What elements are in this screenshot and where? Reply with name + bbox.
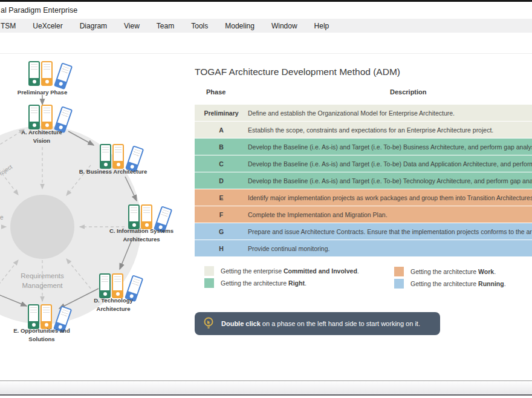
binder-icon bbox=[112, 144, 124, 169]
column-header-phase: Phase bbox=[206, 88, 225, 96]
menu-item-view[interactable]: View bbox=[115, 19, 148, 33]
status-bar bbox=[0, 380, 532, 396]
table-row-d: D Develop the Baseline (i.e. As-is) and … bbox=[195, 172, 532, 189]
binder-icon bbox=[100, 144, 111, 169]
binder-icon bbox=[28, 304, 39, 329]
binder-icon bbox=[99, 273, 111, 298]
clipped-edge-label: e bbox=[0, 214, 4, 221]
binder-icon bbox=[41, 61, 53, 86]
menu-bar: TSM UeXceler Diagram View Team Tools Mod… bbox=[0, 19, 532, 33]
menu-item-tsm[interactable]: TSM bbox=[0, 19, 24, 33]
title-bar: al Paradigm Enterprise bbox=[0, 2, 532, 18]
table-row-g: G Prepare and issue Architecture Contrac… bbox=[195, 223, 532, 240]
phase-preliminary[interactable] bbox=[28, 61, 68, 90]
menu-item-help[interactable]: Help bbox=[306, 19, 338, 33]
binder-icon bbox=[28, 61, 40, 86]
adm-phase-table: Preliminary Define and establish the Org… bbox=[195, 105, 532, 257]
binder-icon bbox=[141, 204, 152, 229]
binder-icon bbox=[41, 304, 52, 329]
table-row-h: H Provide continual monitoring. bbox=[195, 240, 532, 256]
menu-item-uexceler[interactable]: UeXceler bbox=[24, 19, 71, 33]
table-row-a: A Establish the scope, constraints and e… bbox=[195, 122, 532, 138]
legend-committed: Getting the enterprise Committed and Inv… bbox=[204, 266, 359, 276]
binder-icon bbox=[28, 105, 40, 129]
phase-label-preliminary: Preliminary Phase bbox=[5, 88, 79, 97]
table-row-c: C Develop the Baseline (i.e. As-is) and … bbox=[195, 155, 532, 172]
menu-item-tools[interactable]: Tools bbox=[183, 19, 216, 33]
legend-swatch-committed bbox=[204, 266, 214, 276]
menu-item-diagram[interactable]: Diagram bbox=[71, 19, 115, 33]
tip-banner: Double click on a phase on the left hand… bbox=[195, 312, 440, 335]
legend-work: Getting the architecture Work. bbox=[394, 267, 496, 276]
phase-label-b: B. Business Architecture bbox=[64, 168, 162, 176]
legend-right: Getting the architecture Right. bbox=[204, 278, 307, 288]
window-title: al Paradigm Enterprise bbox=[0, 6, 77, 15]
phase-label-d: D. Technology Architecture bbox=[85, 296, 142, 314]
phase-label-c: C. Information Systems Architectures bbox=[102, 227, 181, 244]
legend-swatch-running bbox=[394, 279, 404, 289]
table-row-f: F Complete the Implementation and Migrat… bbox=[195, 206, 532, 223]
column-header-description: Description bbox=[390, 88, 427, 96]
legend-swatch-right bbox=[204, 278, 214, 288]
requirements-management-hub: Requirements Management bbox=[0, 271, 85, 290]
table-row-e: E Identify major implementation projects… bbox=[195, 189, 532, 206]
binder-icon bbox=[112, 273, 123, 298]
legend-swatch-work bbox=[394, 267, 404, 276]
legend-running: Getting the architecture Running. bbox=[394, 279, 506, 289]
binder-icon bbox=[128, 204, 140, 229]
menu-item-modeling[interactable]: Modeling bbox=[216, 19, 263, 33]
menu-item-team[interactable]: Team bbox=[148, 19, 183, 33]
lightbulb-icon bbox=[203, 316, 215, 331]
binder-icon bbox=[41, 105, 53, 129]
menu-item-window[interactable]: Window bbox=[263, 19, 306, 33]
phase-label-a: A. Architecture Vision bbox=[15, 128, 69, 146]
page-title: TOGAF Architecture Development Method (A… bbox=[195, 67, 400, 77]
table-row-preliminary: Preliminary Define and establish the Org… bbox=[195, 105, 532, 121]
phase-label-e: E. Opportunities and Solutions bbox=[4, 327, 80, 344]
table-row-b: B Develop the Baseline (i.e. As-is) and … bbox=[195, 139, 532, 155]
